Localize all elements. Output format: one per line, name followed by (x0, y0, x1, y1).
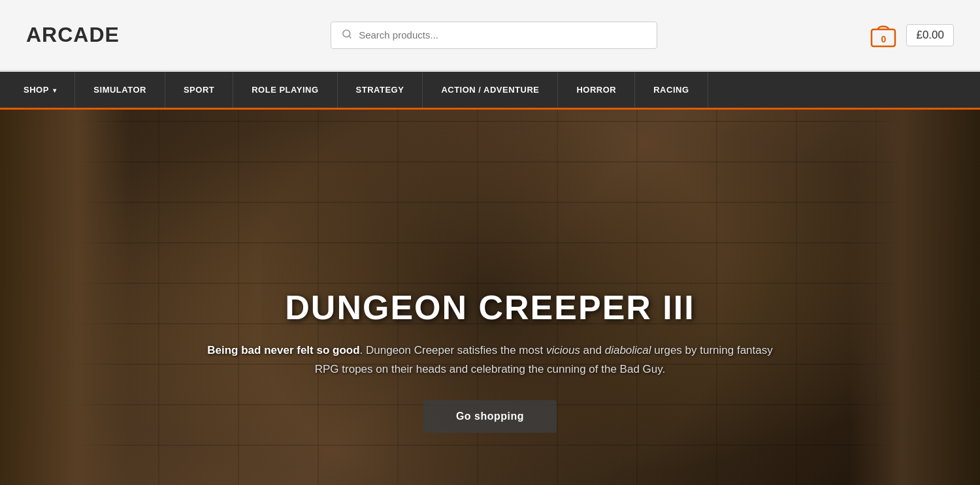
nav-label-racing: RACING (653, 85, 689, 95)
nav-item-shop[interactable]: SHOP ▾ (0, 72, 75, 108)
hero-desc-em-vicious: vicious (546, 344, 580, 356)
site-logo[interactable]: ARCADE (26, 23, 120, 47)
nav-item-sport[interactable]: SPORT (165, 72, 233, 108)
nav-label-horror: HORROR (576, 85, 616, 95)
cart-icon-wrap[interactable]: 0 (868, 19, 898, 52)
hero-right-stone (849, 110, 980, 485)
hero-content: DUNGEON CREEPER III Being bad never felt… (196, 288, 784, 433)
nav-item-racing[interactable]: RACING (635, 72, 708, 108)
nav-item-action-adventure[interactable]: ACTION / ADVENTURE (423, 72, 558, 108)
hero-desc-em-diabolical: diabolical (605, 344, 651, 356)
cart-price[interactable]: £0.00 (906, 24, 954, 46)
cart-count: 0 (881, 34, 887, 44)
svg-line-1 (349, 36, 351, 38)
hero-description: Being bad never felt so good. Dungeon Cr… (196, 341, 784, 379)
go-shopping-button[interactable]: Go shopping (423, 400, 557, 433)
nav-label-action-adventure: ACTION / ADVENTURE (441, 85, 539, 95)
hero-title: DUNGEON CREEPER III (196, 288, 784, 327)
search-icon (342, 29, 352, 42)
nav-label-sport: SPORT (184, 85, 214, 95)
site-header: ARCADE 0 £0.00 (0, 0, 980, 72)
nav-label-strategy: STRATEGY (356, 85, 404, 95)
nav-item-horror[interactable]: HORROR (558, 72, 635, 108)
chevron-down-icon: ▾ (53, 87, 57, 94)
hero-section: DUNGEON CREEPER III Being bad never felt… (0, 110, 980, 485)
nav-item-strategy[interactable]: STRATEGY (338, 72, 423, 108)
nav-label-role-playing: ROLE PLAYING (252, 85, 318, 95)
main-navbar: SHOP ▾ SIMULATOR SPORT ROLE PLAYING STRA… (0, 72, 980, 110)
cart-area: 0 £0.00 (868, 19, 954, 52)
nav-label-simulator: SIMULATOR (93, 85, 146, 95)
search-input[interactable] (359, 29, 646, 40)
hero-left-stone (0, 110, 131, 485)
nav-label-shop: SHOP (24, 85, 49, 95)
hero-desc-strong: Being bad never felt so good (207, 344, 359, 356)
nav-item-simulator[interactable]: SIMULATOR (75, 72, 165, 108)
search-bar (331, 22, 657, 49)
nav-item-role-playing[interactable]: ROLE PLAYING (233, 72, 337, 108)
